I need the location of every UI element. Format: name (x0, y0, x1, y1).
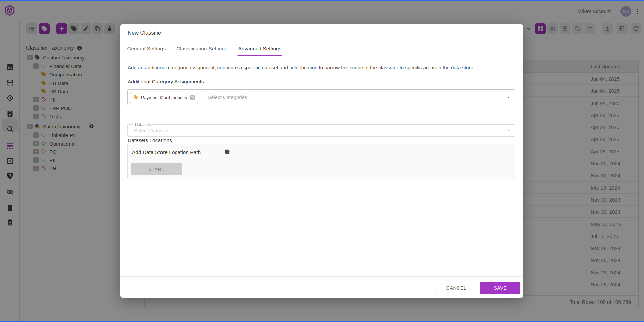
datasets-placeholder: Select Datasets (134, 125, 169, 136)
active-tab-underline (237, 55, 282, 56)
categories-placeholder: Select Categories (208, 90, 247, 105)
tab-general-settings[interactable]: General Settings (127, 41, 166, 56)
datasets-locations-heading: Datasets Locations (128, 137, 172, 144)
modal-tabs: General SettingsClassification SettingsA… (120, 41, 523, 56)
advanced-settings-description: Add an additional category assignment, c… (128, 65, 475, 70)
dropdown-caret-icon (506, 128, 512, 134)
start-button[interactable]: START (131, 163, 182, 175)
new-classifier-modal: New Classifier General SettingsClassific… (120, 24, 523, 298)
location-path-heading: Add Data Store Location Path (132, 149, 201, 155)
category-chip-label: Payment Card Industry (141, 95, 187, 100)
browser-accent-top (0, 0, 644, 1)
categories-select[interactable]: Payment Card Industry ✕ Select Categorie… (127, 89, 515, 105)
info-icon[interactable] (224, 149, 230, 155)
modal-title: New Classifier (128, 30, 163, 36)
save-button[interactable]: SAVE (480, 282, 520, 294)
additional-category-heading: Additional Category Assignments (128, 79, 204, 85)
tab-advanced-settings[interactable]: Advanced Settings (237, 41, 282, 56)
modal-footer-divider (120, 276, 523, 277)
app-root: Mike's Account MB PDF Classifier Taxonom… (0, 0, 644, 322)
dropdown-caret-icon[interactable] (506, 94, 512, 100)
category-chip[interactable]: Payment Card Industry ✕ (130, 92, 198, 103)
cancel-button[interactable]: CANCEL (436, 282, 476, 294)
chip-remove-icon[interactable]: ✕ (190, 95, 195, 100)
tab-classification-settings[interactable]: Classification Settings (175, 41, 229, 56)
tag-icon (133, 95, 139, 100)
location-path-panel: Add Data Store Location Path START (127, 144, 515, 179)
datasets-select[interactable]: Datasets Select Datasets (127, 124, 515, 137)
